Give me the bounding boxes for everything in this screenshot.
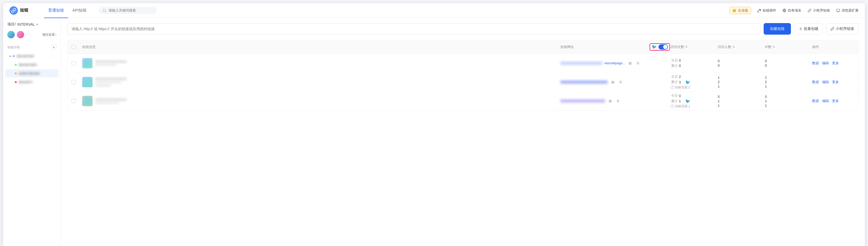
- row3-copy-button[interactable]: ⎘: [615, 98, 621, 104]
- row1-thumb: [82, 58, 93, 68]
- row3-more-button[interactable]: 更多: [832, 99, 839, 103]
- table-row: ⊞ ⎘ 今日 2 累计 3 🐦: [67, 73, 858, 92]
- row2-copy-button[interactable]: ⎘: [618, 79, 624, 85]
- col-link-info: 短链信息: [82, 44, 560, 49]
- row2-more-button[interactable]: 更多: [832, 80, 839, 85]
- url-input-row: 创建短链 批量创建 小程序链接: [67, 23, 859, 35]
- row3-qr-button[interactable]: ⊞: [607, 98, 613, 104]
- logo-icon: [9, 6, 18, 15]
- mini-label: 小程序短链: [813, 8, 830, 13]
- col-toggle: 🐦: [650, 43, 671, 51]
- sort-visits-icon[interactable]: ⇅: [685, 45, 688, 49]
- add-group-button[interactable]: +: [51, 44, 56, 50]
- main-content: 创建短链 批量创建 小程序链接 短链信息: [61, 18, 865, 246]
- row2-data-button[interactable]: 数据: [812, 80, 819, 85]
- row1-copy-button[interactable]: ⎘: [635, 60, 641, 66]
- toggle-box: 🐦: [650, 43, 670, 51]
- row1-visitor-total: 0: [718, 63, 723, 67]
- row1-data-button[interactable]: 数据: [812, 61, 819, 66]
- domain-icon: [782, 9, 786, 12]
- nav-browser[interactable]: 浏览器扩展: [836, 8, 859, 13]
- row2-url-icons: ⊞ ⎘: [610, 79, 624, 85]
- sidebar-item-label-4: blurred 4: [19, 80, 54, 84]
- row1-ip-total: 0: [765, 63, 770, 67]
- links-table: 短链信息 短链网址 🐦 访问次数: [67, 40, 859, 111]
- tab-api-link[interactable]: API短链: [68, 3, 91, 18]
- more-icon[interactable]: ···: [26, 32, 30, 37]
- fire-icon: 🐦: [652, 44, 657, 49]
- project-header[interactable]: 项目/ INTERVAL ▾: [3, 22, 61, 31]
- nav-mini[interactable]: 小程序短链: [808, 8, 830, 13]
- row1-url-cell: wacodepage... ⊞ ⎘: [560, 60, 650, 66]
- row1-total-label: 累计: [671, 63, 678, 68]
- row1-today-label: 今日: [671, 58, 678, 63]
- sidebar-item-4[interactable]: blurred 4: [5, 78, 59, 86]
- table-header: 短链信息 短链网址 🐦 访问次数: [67, 40, 858, 54]
- row1-qr-button[interactable]: ⊞: [627, 60, 633, 66]
- row1-url-blurred: [560, 62, 602, 65]
- row2-total-value: 3: [679, 80, 684, 84]
- plugin-label: 短链插件: [763, 8, 776, 13]
- row3-data-button[interactable]: 数据: [812, 99, 819, 103]
- row3-checkbox[interactable]: [71, 99, 82, 103]
- row2-subtitle: [95, 81, 121, 83]
- row1-ip-stats: 0 0: [765, 59, 812, 67]
- row1-subtitle: [95, 64, 116, 66]
- mini-link-icon: [831, 27, 834, 31]
- svg-point-0: [103, 9, 106, 11]
- settings-link[interactable]: 项目设置 ›: [42, 33, 56, 37]
- row3-visitor-stats: 0 1 1: [718, 95, 765, 107]
- sort-ip-icon[interactable]: ⇅: [773, 45, 775, 49]
- row3-target-label: 目标页面: [675, 104, 688, 109]
- row3-title: [95, 98, 127, 101]
- row2-visitor-stats: 1 2 1: [718, 75, 765, 88]
- nav-plugin[interactable]: 短链插件: [757, 8, 776, 13]
- row3-visits-stats: 今日 0 累计 1 🐦 ? 目标页面 1: [671, 93, 718, 109]
- row1-today-value: 0: [679, 59, 684, 62]
- hint-icon: ?: [671, 86, 674, 89]
- batch-create-button[interactable]: 批量创建: [794, 23, 823, 35]
- row2-edit-button[interactable]: 编辑: [822, 80, 829, 85]
- create-link-button[interactable]: 创建短链: [764, 23, 791, 35]
- plug-icon: [757, 9, 761, 12]
- browser-label: 浏览器扩展: [841, 8, 859, 13]
- row2-thumb: [82, 77, 93, 87]
- row3-today-value: 0: [679, 94, 684, 98]
- logo: 短链: [9, 6, 36, 15]
- table-row: wacodepage... ⊞ ⎘ 今日 0 累计: [67, 54, 858, 73]
- toggle-switch[interactable]: [658, 44, 668, 50]
- row2-visits-stats: 今日 2 累计 3 🐦 ? 目标页面 2: [671, 74, 718, 90]
- row2-actions: 数据 编辑 更多: [812, 80, 854, 85]
- row2-today-label: 今日: [671, 74, 678, 79]
- sidebar-item-1[interactable]: ▶ blurred text: [5, 52, 59, 60]
- sidebar-item-3[interactable]: active blurred: [5, 69, 59, 78]
- row1-visitor-stats: 0 0: [718, 59, 765, 67]
- select-all-checkbox[interactable]: [71, 45, 76, 49]
- nav-domain[interactable]: 自有域名: [782, 8, 801, 13]
- sort-visitors-icon[interactable]: ⇅: [733, 45, 735, 49]
- row1-edit-button[interactable]: 编辑: [822, 61, 829, 66]
- sidebar-item-label-2: blurred item: [19, 63, 54, 67]
- sidebar-item-2[interactable]: blurred item: [5, 61, 59, 69]
- mini-link-button[interactable]: 小程序链接: [826, 23, 859, 35]
- dot-icon-2: [15, 64, 17, 66]
- user-row: ··· 项目设置 ›: [3, 31, 61, 42]
- row3-edit-button[interactable]: 编辑: [822, 99, 829, 103]
- url-input[interactable]: [67, 23, 761, 35]
- row1-url-suffix: wacodepage...: [604, 61, 625, 65]
- row1-checkbox[interactable]: [71, 61, 82, 65]
- col-visits: 访问次数 ⇅: [671, 44, 718, 49]
- row1-ip-today: 0: [765, 59, 770, 63]
- search-input[interactable]: [108, 8, 151, 12]
- row3-actions: 数据 编辑 更多: [812, 99, 854, 103]
- row2-checkbox[interactable]: [71, 80, 82, 84]
- row1-total-value: 0: [679, 64, 684, 68]
- tab-normal-link[interactable]: 普通短链: [44, 3, 68, 18]
- row1-title: [95, 60, 127, 63]
- row1-link-info: [82, 58, 560, 68]
- row1-more-button[interactable]: 更多: [832, 61, 839, 66]
- col-actions: 操作: [812, 44, 854, 49]
- row2-qr-button[interactable]: ⊞: [610, 79, 616, 85]
- row2-visitor-extra: 1: [718, 85, 723, 88]
- row3-url-icons: ⊞ ⎘: [607, 98, 621, 104]
